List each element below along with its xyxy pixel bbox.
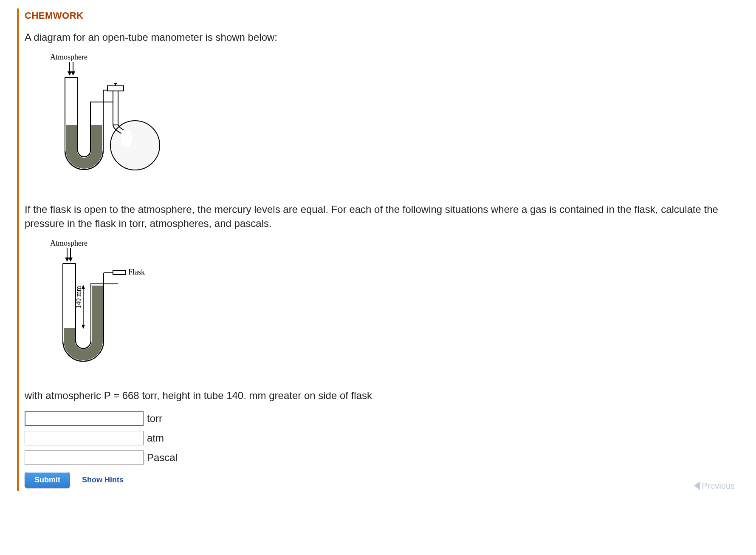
unit-label-atm: atm	[147, 432, 164, 444]
diagram2-atmosphere-label: Atmosphere	[50, 239, 87, 247]
svg-marker-12	[65, 258, 69, 262]
diagram2-flask-label: Flask	[128, 268, 145, 276]
unit-label-torr: torr	[147, 413, 162, 425]
svg-rect-5	[107, 86, 124, 91]
previous-link[interactable]: Previous	[694, 481, 735, 491]
condition-text: with atmospheric P = 668 torr, height in…	[25, 389, 739, 402]
answer-row-pascal: Pascal	[25, 450, 739, 465]
chevron-left-icon	[694, 481, 700, 490]
answer-row-atm: atm	[25, 431, 739, 445]
previous-label: Previous	[702, 481, 735, 491]
instructions-text: If the flask is open to the atmosphere, …	[25, 203, 739, 230]
diagram1-atmosphere-label: Atmosphere	[50, 53, 87, 61]
submit-button[interactable]: Submit	[25, 472, 70, 488]
svg-marker-3	[71, 71, 75, 76]
svg-marker-1	[68, 71, 72, 76]
section-header: CHEMWORK	[25, 10, 739, 21]
answer-input-torr[interactable]	[25, 411, 144, 426]
diagram2-height-label: 140 mm	[75, 286, 82, 309]
answer-input-pascal[interactable]	[25, 450, 144, 465]
svg-point-8	[110, 121, 160, 170]
svg-rect-17	[113, 270, 126, 275]
svg-marker-14	[68, 258, 73, 262]
show-hints-link[interactable]: Show Hints	[82, 476, 124, 484]
svg-rect-9	[113, 91, 118, 125]
answer-row-torr: torr	[25, 411, 739, 426]
answer-input-atm[interactable]	[25, 431, 144, 445]
svg-marker-20	[82, 325, 85, 329]
svg-point-10	[121, 128, 133, 147]
svg-marker-19	[82, 285, 85, 289]
intro-text: A diagram for an open-tube manometer is …	[25, 31, 739, 44]
diagram-1: Atmosphere	[25, 53, 739, 195]
unit-label-pascal: Pascal	[147, 452, 178, 464]
diagram-2: Atmosphere Flask	[25, 239, 739, 381]
